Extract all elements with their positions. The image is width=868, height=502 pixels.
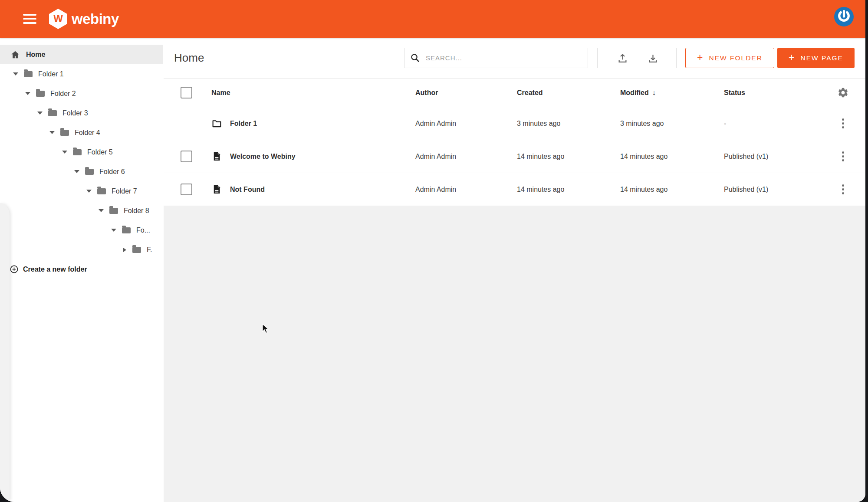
content-empty-area (164, 206, 865, 502)
folder-icon (73, 149, 82, 155)
table-row[interactable]: Folder 1 Admin Admin 3 minutes ago 3 min… (164, 107, 865, 140)
plus-circle-icon (10, 265, 19, 274)
logo-wordmark: webiny (72, 11, 119, 27)
chevron-right-icon[interactable] (123, 248, 126, 252)
folder-sidebar: Home Folder 1 Folder 2 Folder 3 Folder 4… (0, 38, 163, 502)
row-menu-kebab-icon[interactable] (839, 149, 847, 164)
create-new-folder-button[interactable]: Create a new folder (0, 259, 163, 279)
main-content: Home (164, 38, 865, 502)
drawer-edge (0, 203, 10, 500)
select-row-checkbox[interactable] (181, 151, 192, 162)
tree-item-folder-4[interactable]: Folder 4 (0, 123, 163, 142)
upload-tray-icon (617, 52, 628, 64)
sort-descending-icon: ↓ (652, 89, 656, 96)
tree-item-folder-6[interactable]: Folder 6 (0, 162, 163, 181)
row-author: Admin Admin (415, 120, 517, 128)
tree-item-label: Folder 4 (75, 129, 100, 137)
table-row[interactable]: Welcome to Webiny Admin Admin 14 minutes… (164, 140, 865, 173)
folder-icon (122, 227, 131, 233)
webiny-hexagon-icon: W (49, 9, 67, 29)
tree-item-folder-5[interactable]: Folder 5 (0, 142, 163, 162)
house-icon (10, 50, 20, 59)
folder-icon (36, 91, 45, 97)
new-page-button[interactable]: + NEW PAGE (777, 48, 855, 68)
chevron-down-icon[interactable] (86, 190, 92, 193)
chevron-down-icon[interactable] (25, 92, 30, 95)
column-header-name[interactable]: Name (211, 89, 415, 97)
select-row-checkbox[interactable] (181, 184, 192, 195)
new-page-label: NEW PAGE (801, 54, 843, 62)
column-header-modified-label: Modified (620, 89, 649, 96)
sidebar-home-label: Home (26, 51, 45, 59)
tree-item-label: Folder 7 (112, 187, 137, 195)
row-name[interactable]: Welcome to Webiny (230, 153, 296, 161)
select-all-checkbox[interactable] (181, 87, 192, 98)
folder-icon (132, 247, 141, 253)
chevron-down-icon[interactable] (62, 151, 67, 154)
tree-item-folder-3[interactable]: Folder 3 (0, 103, 163, 123)
row-menu-kebab-icon[interactable] (839, 116, 847, 131)
search-box (404, 48, 588, 68)
chevron-down-icon[interactable] (111, 229, 116, 232)
row-created: 3 minutes ago (517, 120, 620, 128)
row-status: Published (v1) (724, 186, 828, 194)
table-row[interactable]: Not Found Admin Admin 14 minutes ago 14 … (164, 173, 865, 206)
new-folder-label: NEW FOLDER (709, 54, 763, 62)
tree-item-folder-8[interactable]: Folder 8 (0, 201, 163, 220)
column-header-modified[interactable]: Modified↓ (620, 89, 724, 97)
table-header-row: Name Author Created Modified↓ Status (164, 79, 865, 107)
row-name[interactable]: Not Found (230, 186, 265, 194)
tree-item-label: Folder 8 (124, 207, 149, 215)
page-title: Home (174, 38, 204, 78)
app-window: W webiny Home Folder 1 Folder 2 (0, 0, 865, 502)
chevron-down-icon[interactable] (13, 72, 18, 75)
tree-item-folder-10[interactable]: F. (0, 240, 163, 259)
create-new-folder-label: Create a new folder (23, 266, 87, 273)
row-name[interactable]: Folder 1 (230, 120, 257, 128)
folder-icon (24, 71, 33, 77)
tree-item-folder-9[interactable]: Fo... (0, 220, 163, 240)
search-input[interactable] (426, 54, 588, 62)
row-author: Admin Admin (415, 186, 517, 194)
folder-icon (97, 188, 106, 194)
tree-item-folder-1[interactable]: Folder 1 (0, 64, 163, 84)
tree-item-label: Folder 1 (38, 70, 64, 78)
download-tray-icon (647, 52, 659, 64)
folder-icon (85, 169, 94, 175)
chevron-down-icon[interactable] (74, 170, 79, 173)
search-icon (410, 53, 420, 63)
column-header-status[interactable]: Status (724, 89, 828, 97)
column-header-created[interactable]: Created (517, 89, 620, 97)
toolbar-divider (676, 48, 677, 68)
row-created: 14 minutes ago (517, 153, 620, 161)
import-pages-button[interactable] (613, 49, 632, 68)
row-modified: 14 minutes ago (620, 153, 724, 161)
user-avatar[interactable] (834, 7, 854, 26)
gear-icon[interactable] (837, 87, 849, 98)
tree-item-folder-7[interactable]: Folder 7 (0, 181, 163, 201)
tree-item-folder-2[interactable]: Folder 2 (0, 84, 163, 103)
tree-item-label: Folder 2 (50, 90, 76, 98)
folder-outline-icon (211, 118, 222, 129)
plus-icon: + (697, 52, 704, 63)
new-folder-button[interactable]: + NEW FOLDER (685, 48, 774, 68)
content-toolbar: Home (164, 38, 865, 78)
folder-icon (48, 110, 57, 116)
tree-item-label: Folder 3 (62, 109, 88, 117)
webiny-logo[interactable]: W webiny (49, 9, 119, 29)
menu-icon[interactable] (23, 14, 36, 24)
row-modified: 3 minutes ago (620, 120, 724, 128)
document-icon (211, 184, 222, 195)
top-app-bar: W webiny (0, 0, 865, 38)
chevron-down-icon[interactable] (37, 112, 43, 115)
sidebar-item-home[interactable]: Home (0, 45, 163, 64)
export-pages-button[interactable] (643, 49, 662, 68)
row-menu-kebab-icon[interactable] (839, 182, 847, 197)
tree-item-label: Folder 5 (87, 148, 113, 156)
tree-item-label: F. (147, 246, 152, 254)
pages-table: Name Author Created Modified↓ Status (164, 78, 865, 206)
column-header-author[interactable]: Author (415, 89, 517, 97)
chevron-down-icon[interactable] (49, 131, 55, 134)
row-modified: 14 minutes ago (620, 186, 724, 194)
chevron-down-icon[interactable] (99, 209, 104, 212)
